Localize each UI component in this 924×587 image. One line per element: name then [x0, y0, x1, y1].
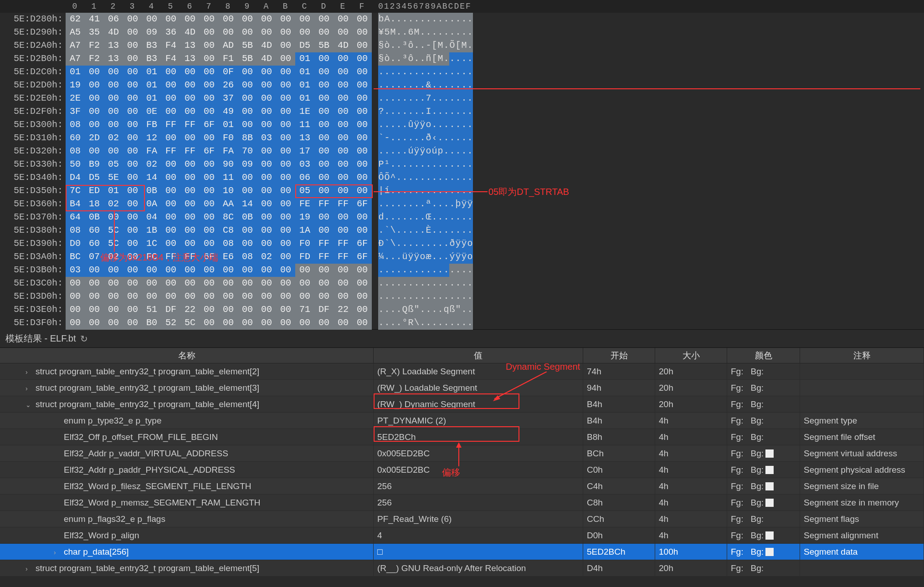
hex-byte[interactable]: 00 — [314, 118, 334, 132]
hex-editor[interactable]: 0123456789ABCDEF0123456789ABCDEF 5E:D280… — [0, 0, 924, 329]
hex-byte[interactable]: 09 — [238, 158, 257, 171]
hex-byte[interactable]: D5 — [85, 171, 104, 184]
hex-byte[interactable]: 2D — [85, 132, 104, 145]
hex-byte[interactable]: F0 — [295, 237, 314, 250]
hex-byte[interactable]: 71 — [295, 303, 314, 316]
hex-byte[interactable]: 00 — [180, 92, 200, 105]
hex-byte[interactable]: FA — [142, 145, 161, 158]
hex-byte[interactable]: 14 — [142, 171, 161, 184]
hex-byte[interactable]: 52 — [161, 316, 180, 330]
hex-byte[interactable]: 00 — [314, 277, 334, 290]
hex-byte[interactable]: 00 — [200, 105, 219, 118]
hex-byte[interactable]: 00 — [104, 66, 123, 79]
hex-byte[interactable]: 8B — [238, 132, 257, 145]
hex-row[interactable]: 5E:D2A0h:A7F21300B3F41300AD5B4D00D55B4D0… — [0, 39, 924, 52]
hex-byte[interactable]: 02 — [104, 250, 123, 264]
hex-ascii[interactable]: ........ª....þÿÿ — [372, 198, 490, 211]
hex-byte[interactable]: 00 — [104, 303, 123, 316]
hex-byte[interactable]: 00 — [104, 211, 123, 224]
hex-byte[interactable]: 00 — [353, 184, 372, 198]
hex-byte[interactable]: 00 — [257, 66, 276, 79]
hex-byte[interactable]: 00 — [161, 277, 180, 290]
hex-byte[interactable]: 00 — [295, 277, 314, 290]
hex-byte[interactable]: 00 — [123, 132, 142, 145]
hex-byte[interactable]: 00 — [85, 105, 104, 118]
hex-ascii[interactable]: §ò..³ô..-[M.Õ[M. — [372, 39, 490, 52]
table-row[interactable]: ›struct program_table_entry32_t program_… — [0, 363, 924, 380]
hex-byte[interactable]: 00 — [334, 66, 353, 79]
hex-byte[interactable]: 00 — [334, 224, 353, 237]
hex-byte[interactable]: 00 — [123, 303, 142, 316]
hex-byte[interactable]: 62 — [66, 13, 85, 26]
hex-byte[interactable]: 00 — [353, 26, 372, 39]
hex-byte[interactable]: 00 — [180, 171, 200, 184]
table-row[interactable]: ›struct program_table_entry32_t program_… — [0, 380, 924, 396]
hex-byte[interactable]: 00 — [334, 290, 353, 303]
hex-byte[interactable]: 00 — [276, 13, 295, 26]
hex-byte[interactable]: 00 — [353, 52, 372, 66]
hex-byte[interactable]: 00 — [257, 290, 276, 303]
hex-byte[interactable]: 00 — [200, 39, 219, 52]
hex-byte[interactable]: 13 — [180, 39, 200, 52]
col-size[interactable]: 大小 — [655, 348, 727, 363]
expander-icon[interactable]: › — [26, 368, 32, 376]
hex-byte[interactable]: 00 — [334, 184, 353, 198]
hex-byte[interactable]: 70 — [238, 145, 257, 158]
hex-row[interactable]: 5E:D330h:50B9050002000000900900000300000… — [0, 158, 924, 171]
hex-byte[interactable]: AD — [219, 39, 238, 52]
hex-byte[interactable]: 13 — [180, 52, 200, 66]
hex-byte[interactable]: 00 — [104, 316, 123, 330]
hex-byte[interactable]: 4D — [104, 26, 123, 39]
hex-byte[interactable]: 00 — [180, 224, 200, 237]
hex-byte[interactable]: 00 — [123, 184, 142, 198]
hex-ascii[interactable]: ¥5M..6M......... — [372, 26, 490, 39]
hex-byte[interactable]: 00 — [200, 13, 219, 26]
hex-byte[interactable]: 00 — [353, 171, 372, 184]
hex-byte[interactable]: 01 — [104, 184, 123, 198]
hex-byte[interactable]: 00 — [314, 145, 334, 158]
hex-byte[interactable]: F4 — [161, 39, 180, 52]
table-row[interactable]: Elf32_Word p_memsz_SEGMENT_RAM_LENGTH256… — [0, 495, 924, 511]
hex-byte[interactable]: 08 — [219, 237, 238, 250]
hex-byte[interactable]: 00 — [238, 290, 257, 303]
hex-byte[interactable]: FE — [295, 198, 314, 211]
hex-byte[interactable]: 00 — [353, 118, 372, 132]
hex-byte[interactable]: C8 — [219, 224, 238, 237]
hex-byte[interactable]: 00 — [334, 264, 353, 277]
hex-byte[interactable]: 00 — [257, 92, 276, 105]
hex-row[interactable]: 5E:D290h:A5354D0009364D00000000000000000… — [0, 26, 924, 39]
hex-byte[interactable]: 00 — [276, 66, 295, 79]
hex-byte[interactable]: 00 — [104, 92, 123, 105]
hex-byte[interactable]: 00 — [123, 224, 142, 237]
hex-byte[interactable]: 08 — [66, 224, 85, 237]
hex-byte[interactable]: 00 — [161, 237, 180, 250]
hex-byte[interactable]: 00 — [353, 66, 372, 79]
hex-byte[interactable]: 00 — [123, 290, 142, 303]
hex-byte[interactable]: 00 — [276, 198, 295, 211]
table-row[interactable]: Elf32_Addr p_paddr_PHYSICAL_ADDRESS0x005… — [0, 462, 924, 478]
hex-byte[interactable]: 00 — [334, 277, 353, 290]
hex-byte[interactable]: 00 — [353, 316, 372, 330]
table-row[interactable]: ›char p_data[256]□5ED2BCh100hFg:Bg:Segme… — [0, 544, 924, 560]
hex-byte[interactable]: 00 — [123, 118, 142, 132]
hex-byte[interactable]: 00 — [314, 264, 334, 277]
hex-byte[interactable]: 5C — [180, 316, 200, 330]
hex-byte[interactable]: 10 — [219, 184, 238, 198]
hex-byte[interactable]: 00 — [276, 92, 295, 105]
hex-byte[interactable]: 00 — [161, 211, 180, 224]
hex-byte[interactable]: 7C — [66, 184, 85, 198]
hex-byte[interactable]: 01 — [295, 79, 314, 92]
hex-byte[interactable]: 00 — [85, 264, 104, 277]
hex-byte[interactable]: 00 — [276, 184, 295, 198]
hex-byte[interactable]: 5E — [104, 171, 123, 184]
hex-byte[interactable]: 00 — [257, 316, 276, 330]
hex-byte[interactable]: 00 — [257, 237, 276, 250]
col-comment[interactable]: 注释 — [800, 348, 924, 363]
hex-byte[interactable]: 00 — [334, 171, 353, 184]
hex-byte[interactable]: 00 — [142, 264, 161, 277]
hex-byte[interactable]: 00 — [123, 264, 142, 277]
hex-byte[interactable]: 35 — [85, 26, 104, 39]
hex-byte[interactable]: 00 — [66, 290, 85, 303]
hex-byte[interactable]: 00 — [238, 105, 257, 118]
hex-byte[interactable]: 00 — [314, 158, 334, 171]
